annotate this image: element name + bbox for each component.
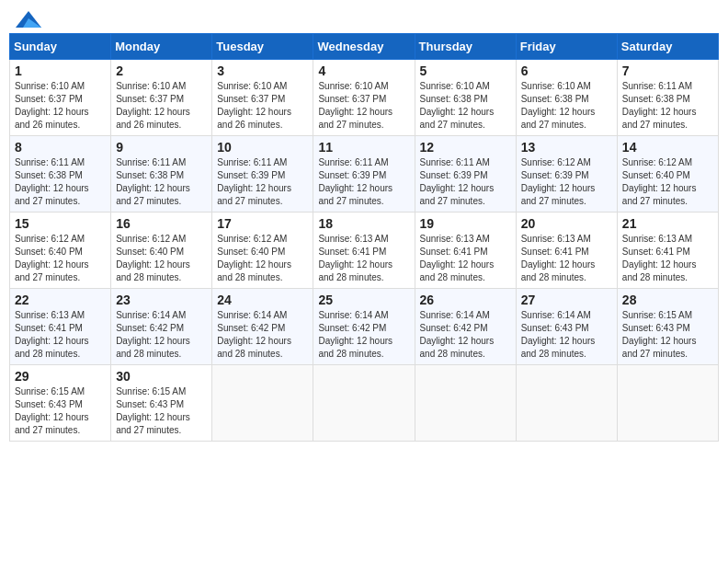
calendar-week-row: 29Sunrise: 6:15 AMSunset: 6:43 PMDayligh… [10,365,719,442]
calendar-cell: 21Sunrise: 6:13 AMSunset: 6:41 PMDayligh… [617,213,718,289]
day-detail: Sunrise: 6:11 AMSunset: 6:38 PMDaylight:… [622,80,713,132]
day-detail: Sunrise: 6:13 AMSunset: 6:41 PMDaylight:… [318,233,409,284]
day-detail: Sunrise: 6:14 AMSunset: 6:42 PMDaylight:… [318,309,409,361]
calendar-cell [212,365,313,442]
page-header [9,9,719,26]
calendar-cell: 5Sunrise: 6:10 AMSunset: 6:38 PMDaylight… [415,60,516,136]
day-number: 25 [318,293,409,307]
day-number: 19 [420,216,511,231]
day-number: 7 [622,63,713,78]
calendar-cell: 24Sunrise: 6:14 AMSunset: 6:42 PMDayligh… [212,289,313,365]
weekday-header: Saturday [617,34,718,60]
calendar-cell: 27Sunrise: 6:14 AMSunset: 6:43 PMDayligh… [516,289,617,365]
day-number: 14 [622,140,713,155]
weekday-header: Friday [516,34,617,60]
day-number: 6 [521,63,612,78]
calendar-cell: 17Sunrise: 6:12 AMSunset: 6:40 PMDayligh… [212,213,313,289]
weekday-header: Monday [111,34,212,60]
calendar-cell: 1Sunrise: 6:10 AMSunset: 6:37 PMDaylight… [10,60,111,136]
day-detail: Sunrise: 6:12 AMSunset: 6:40 PMDaylight:… [116,233,207,284]
calendar-week-row: 1Sunrise: 6:10 AMSunset: 6:37 PMDaylight… [10,60,719,136]
calendar-table: SundayMondayTuesdayWednesdayThursdayFrid… [9,33,719,442]
day-detail: Sunrise: 6:14 AMSunset: 6:42 PMDaylight:… [217,309,308,361]
calendar-cell: 29Sunrise: 6:15 AMSunset: 6:43 PMDayligh… [10,365,111,442]
calendar-week-row: 8Sunrise: 6:11 AMSunset: 6:38 PMDaylight… [10,136,719,213]
day-detail: Sunrise: 6:10 AMSunset: 6:37 PMDaylight:… [116,80,207,132]
day-detail: Sunrise: 6:11 AMSunset: 6:38 PMDaylight:… [116,156,207,208]
day-detail: Sunrise: 6:12 AMSunset: 6:40 PMDaylight:… [217,233,308,284]
calendar-body: 1Sunrise: 6:10 AMSunset: 6:37 PMDaylight… [10,60,719,442]
calendar-cell: 16Sunrise: 6:12 AMSunset: 6:40 PMDayligh… [111,213,212,289]
calendar-cell: 6Sunrise: 6:10 AMSunset: 6:38 PMDaylight… [516,60,617,136]
calendar-cell: 26Sunrise: 6:14 AMSunset: 6:42 PMDayligh… [415,289,516,365]
day-detail: Sunrise: 6:12 AMSunset: 6:39 PMDaylight:… [521,156,612,208]
day-number: 30 [116,369,207,384]
calendar-week-row: 22Sunrise: 6:13 AMSunset: 6:41 PMDayligh… [10,289,719,365]
day-number: 20 [521,216,612,231]
day-detail: Sunrise: 6:10 AMSunset: 6:37 PMDaylight:… [318,80,409,132]
calendar-cell: 13Sunrise: 6:12 AMSunset: 6:39 PMDayligh… [516,136,617,213]
day-detail: Sunrise: 6:11 AMSunset: 6:39 PMDaylight:… [318,156,409,208]
calendar-cell: 22Sunrise: 6:13 AMSunset: 6:41 PMDayligh… [10,289,111,365]
calendar-cell: 30Sunrise: 6:15 AMSunset: 6:43 PMDayligh… [111,365,212,442]
day-detail: Sunrise: 6:14 AMSunset: 6:42 PMDaylight:… [420,309,511,361]
weekday-header: Thursday [415,34,516,60]
day-detail: Sunrise: 6:10 AMSunset: 6:38 PMDaylight:… [420,80,511,132]
day-number: 17 [217,216,308,231]
calendar-cell: 8Sunrise: 6:11 AMSunset: 6:38 PMDaylight… [10,136,111,213]
day-number: 16 [116,216,207,231]
day-detail: Sunrise: 6:10 AMSunset: 6:37 PMDaylight:… [15,80,106,132]
calendar-cell: 12Sunrise: 6:11 AMSunset: 6:39 PMDayligh… [415,136,516,213]
day-number: 5 [420,63,511,78]
calendar-cell: 28Sunrise: 6:15 AMSunset: 6:43 PMDayligh… [617,289,718,365]
day-number: 24 [217,293,308,307]
day-detail: Sunrise: 6:13 AMSunset: 6:41 PMDaylight:… [15,309,106,361]
logo-icon [16,9,41,29]
day-number: 13 [521,140,612,155]
day-number: 10 [217,140,308,155]
day-number: 2 [116,63,207,78]
day-detail: Sunrise: 6:15 AMSunset: 6:43 PMDaylight:… [15,385,106,437]
day-number: 22 [15,293,106,307]
calendar-cell [313,365,415,442]
day-number: 1 [15,63,106,78]
day-detail: Sunrise: 6:10 AMSunset: 6:37 PMDaylight:… [217,80,308,132]
calendar-cell: 23Sunrise: 6:14 AMSunset: 6:42 PMDayligh… [111,289,212,365]
weekday-header: Tuesday [212,34,313,60]
calendar-cell: 7Sunrise: 6:11 AMSunset: 6:38 PMDaylight… [617,60,718,136]
day-detail: Sunrise: 6:11 AMSunset: 6:38 PMDaylight:… [15,156,106,208]
day-detail: Sunrise: 6:15 AMSunset: 6:43 PMDaylight:… [622,309,713,361]
calendar-cell: 10Sunrise: 6:11 AMSunset: 6:39 PMDayligh… [212,136,313,213]
calendar-cell [617,365,718,442]
calendar-week-row: 15Sunrise: 6:12 AMSunset: 6:40 PMDayligh… [10,213,719,289]
calendar-cell: 20Sunrise: 6:13 AMSunset: 6:41 PMDayligh… [516,213,617,289]
calendar-cell: 25Sunrise: 6:14 AMSunset: 6:42 PMDayligh… [313,289,415,365]
day-number: 11 [318,140,409,155]
day-number: 28 [622,293,713,307]
calendar-cell: 18Sunrise: 6:13 AMSunset: 6:41 PMDayligh… [313,213,415,289]
day-detail: Sunrise: 6:15 AMSunset: 6:43 PMDaylight:… [116,385,207,437]
day-detail: Sunrise: 6:12 AMSunset: 6:40 PMDaylight:… [15,233,106,284]
day-detail: Sunrise: 6:13 AMSunset: 6:41 PMDaylight:… [521,233,612,284]
day-number: 3 [217,63,308,78]
day-detail: Sunrise: 6:12 AMSunset: 6:40 PMDaylight:… [622,156,713,208]
weekday-header: Sunday [10,34,111,60]
day-number: 21 [622,216,713,231]
calendar-cell: 2Sunrise: 6:10 AMSunset: 6:37 PMDaylight… [111,60,212,136]
calendar-cell: 9Sunrise: 6:11 AMSunset: 6:38 PMDaylight… [111,136,212,213]
weekday-header: Wednesday [313,34,415,60]
calendar-cell [516,365,617,442]
calendar-cell: 19Sunrise: 6:13 AMSunset: 6:41 PMDayligh… [415,213,516,289]
day-detail: Sunrise: 6:10 AMSunset: 6:38 PMDaylight:… [521,80,612,132]
day-number: 4 [318,63,409,78]
day-number: 9 [116,140,207,155]
calendar-cell [415,365,516,442]
day-number: 8 [15,140,106,155]
day-detail: Sunrise: 6:13 AMSunset: 6:41 PMDaylight:… [622,233,713,284]
day-number: 27 [521,293,612,307]
calendar-header-row: SundayMondayTuesdayWednesdayThursdayFrid… [10,34,719,60]
day-detail: Sunrise: 6:11 AMSunset: 6:39 PMDaylight:… [217,156,308,208]
calendar-cell: 3Sunrise: 6:10 AMSunset: 6:37 PMDaylight… [212,60,313,136]
day-number: 15 [15,216,106,231]
day-detail: Sunrise: 6:11 AMSunset: 6:39 PMDaylight:… [420,156,511,208]
